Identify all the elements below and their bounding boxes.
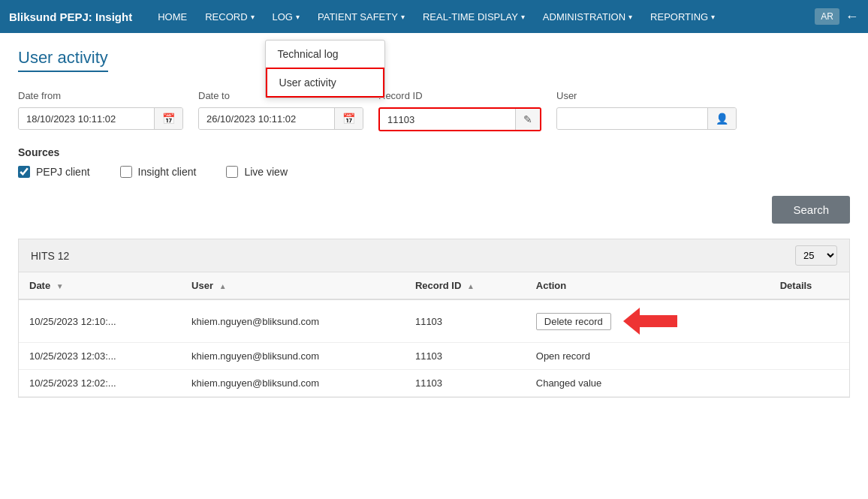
record-id-input-wrap: ✎ bbox=[378, 107, 541, 131]
chevron-down-icon: ▾ bbox=[251, 13, 255, 21]
nav-reporting[interactable]: REPORTING ▾ bbox=[643, 7, 722, 27]
sort-recordid-icon: ▲ bbox=[467, 282, 475, 290]
date-from-label: Date from bbox=[18, 90, 183, 101]
cell-details-3 bbox=[770, 370, 849, 397]
source-pepj-label: PEPJ client bbox=[36, 166, 90, 178]
results-table: Date ▼ User ▲ Record ID ▲ Action bbox=[19, 272, 849, 397]
search-button[interactable]: Search bbox=[772, 196, 850, 224]
col-details: Details bbox=[770, 272, 849, 299]
arrow-head-icon bbox=[623, 308, 640, 335]
col-date[interactable]: Date ▼ bbox=[19, 272, 181, 299]
main-content: User activity Date from 📅 Date to 📅 Reco… bbox=[0, 33, 868, 413]
log-technical-log[interactable]: Technical log bbox=[266, 41, 384, 68]
table-row: 10/25/2023 12:03:... khiem.nguyen@bliksu… bbox=[19, 343, 849, 370]
table-row: 10/25/2023 12:10:... khiem.nguyen@bliksu… bbox=[19, 299, 849, 343]
date-from-calendar-icon[interactable]: 📅 bbox=[154, 108, 182, 129]
nav-right: AR → bbox=[815, 8, 859, 25]
cell-record-id-3: 11103 bbox=[405, 370, 526, 397]
chevron-down-icon: ▾ bbox=[711, 13, 715, 21]
sort-date-icon: ▼ bbox=[56, 282, 64, 290]
results-bar: HITS 12 25 50 100 bbox=[18, 239, 850, 272]
source-live-view[interactable]: Live view bbox=[226, 166, 288, 178]
cell-date-1: 10/25/2023 12:10:... bbox=[19, 299, 181, 343]
source-insight-checkbox[interactable] bbox=[120, 166, 132, 178]
navbar: Bliksund PEPJ: Insight HOME RECORD ▾ LOG… bbox=[0, 0, 868, 33]
chevron-down-icon: ▾ bbox=[628, 13, 632, 21]
user-input-wrap: 👤 bbox=[556, 107, 737, 130]
source-insight-label: Insight client bbox=[138, 166, 197, 178]
chevron-down-icon: ▾ bbox=[401, 13, 405, 21]
table-header: Date ▼ User ▲ Record ID ▲ Action bbox=[19, 272, 849, 299]
cell-action-3: Changed value bbox=[526, 370, 770, 397]
user-group: User 👤 bbox=[556, 90, 737, 130]
cell-details-1 bbox=[770, 299, 849, 343]
col-record-id[interactable]: Record ID ▲ bbox=[405, 272, 526, 299]
user-input[interactable] bbox=[557, 109, 707, 129]
chevron-down-icon: ▾ bbox=[521, 13, 525, 21]
date-to-calendar-icon[interactable]: 📅 bbox=[334, 108, 363, 129]
page-title: User activity bbox=[18, 48, 108, 72]
cell-user-3: khiem.nguyen@bliksund.com bbox=[181, 370, 405, 397]
nav-items: HOME RECORD ▾ LOG ▾ Technical log User a… bbox=[150, 7, 815, 27]
col-action: Action bbox=[526, 272, 770, 299]
red-arrow-annotation bbox=[623, 308, 677, 335]
chevron-down-icon: ▾ bbox=[296, 13, 300, 21]
nav-log[interactable]: LOG ▾ bbox=[265, 7, 307, 27]
results-table-wrap: Date ▼ User ▲ Record ID ▲ Action bbox=[18, 272, 850, 398]
date-from-group: Date from 📅 bbox=[18, 90, 183, 130]
logout-icon[interactable]: → bbox=[845, 9, 859, 25]
page-size-select[interactable]: 25 50 100 bbox=[795, 245, 837, 266]
user-person-icon[interactable]: 👤 bbox=[707, 108, 736, 129]
source-insight-client[interactable]: Insight client bbox=[120, 166, 197, 178]
cell-user-1: khiem.nguyen@bliksund.com bbox=[181, 299, 405, 343]
language-button[interactable]: AR bbox=[815, 8, 839, 25]
table-row: 10/25/2023 12:02:... khiem.nguyen@bliksu… bbox=[19, 370, 849, 397]
source-pepj-client[interactable]: PEPJ client bbox=[18, 166, 90, 178]
log-user-activity[interactable]: User activity bbox=[266, 68, 384, 98]
cell-user-2: khiem.nguyen@bliksund.com bbox=[181, 343, 405, 370]
record-id-edit-icon[interactable]: ✎ bbox=[515, 109, 540, 130]
hits-count: HITS 12 bbox=[31, 250, 69, 262]
cell-action-1: Delete record bbox=[526, 299, 770, 343]
source-pepj-checkbox[interactable] bbox=[18, 166, 30, 178]
nav-patient-safety[interactable]: PATIENT SAFETY ▾ bbox=[310, 7, 412, 27]
sources-title: Sources bbox=[18, 146, 850, 158]
date-from-input[interactable] bbox=[19, 109, 154, 129]
delete-record-badge: Delete record bbox=[536, 313, 611, 330]
filter-row: Date from 📅 Date to 📅 Record ID ✎ User bbox=[18, 90, 850, 131]
sort-user-icon: ▲ bbox=[219, 282, 227, 290]
cell-record-id-2: 11103 bbox=[405, 343, 526, 370]
record-id-input[interactable] bbox=[380, 110, 515, 130]
source-liveview-label: Live view bbox=[244, 166, 288, 178]
table-body: 10/25/2023 12:10:... khiem.nguyen@bliksu… bbox=[19, 299, 849, 397]
cell-record-id-1: 11103 bbox=[405, 299, 526, 343]
cell-action-2: Open record bbox=[526, 343, 770, 370]
arrow-shaft bbox=[640, 315, 677, 327]
nav-home[interactable]: HOME bbox=[150, 7, 194, 27]
source-liveview-checkbox[interactable] bbox=[226, 166, 238, 178]
col-user[interactable]: User ▲ bbox=[181, 272, 405, 299]
app-brand[interactable]: Bliksund PEPJ: Insight bbox=[9, 11, 132, 23]
log-dropdown-menu: Technical log User activity bbox=[265, 40, 385, 98]
cell-details-2 bbox=[770, 343, 849, 370]
date-to-input-wrap: 📅 bbox=[198, 107, 363, 130]
nav-record[interactable]: RECORD ▾ bbox=[197, 7, 261, 27]
cell-date-2: 10/25/2023 12:03:... bbox=[19, 343, 181, 370]
record-id-group: Record ID ✎ bbox=[378, 90, 541, 131]
nav-log-dropdown[interactable]: LOG ▾ Technical log User activity bbox=[265, 7, 307, 27]
nav-realtime-display[interactable]: REAL-TIME DISPLAY ▾ bbox=[415, 7, 532, 27]
date-to-input[interactable] bbox=[199, 109, 334, 129]
search-row: Search bbox=[18, 196, 850, 224]
date-from-input-wrap: 📅 bbox=[18, 107, 183, 130]
nav-administration[interactable]: ADMINISTRATION ▾ bbox=[535, 7, 640, 27]
user-label: User bbox=[556, 90, 737, 101]
sources-row: PEPJ client Insight client Live view bbox=[18, 166, 850, 178]
cell-date-3: 10/25/2023 12:02:... bbox=[19, 370, 181, 397]
record-id-label: Record ID bbox=[378, 90, 541, 101]
sources-section: Sources PEPJ client Insight client Live … bbox=[18, 146, 850, 178]
